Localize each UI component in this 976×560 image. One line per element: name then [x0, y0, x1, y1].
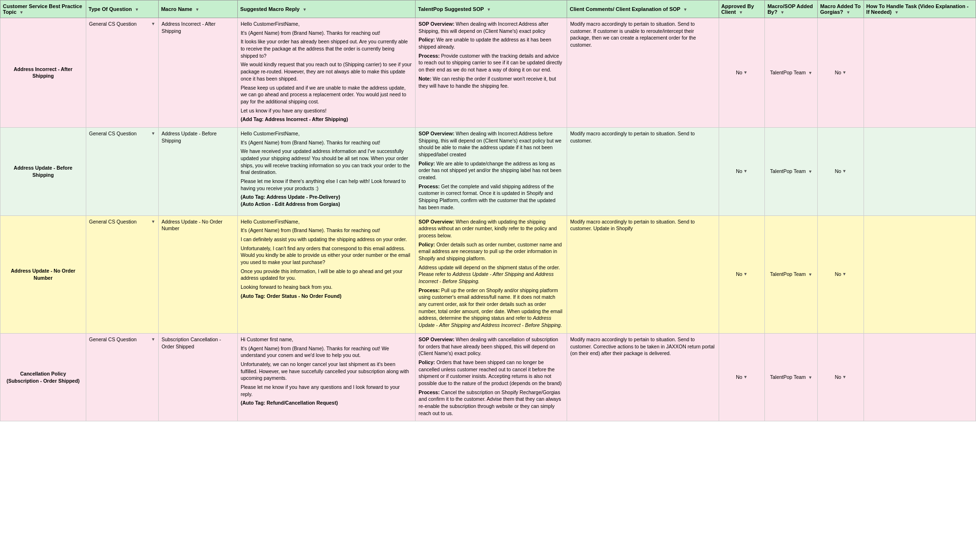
- table-row: Address Update - Before Shipping General…: [0, 127, 976, 215]
- cell-name-3: Address Update - No Order Number: [158, 215, 237, 333]
- main-table-container: Customer Service Best Practice Topic ▼ T…: [0, 0, 976, 421]
- cell-sop-1: SOP Overview: When dealing with Incorrec…: [416, 18, 567, 128]
- cell-type-1: General CS Question ▼: [86, 18, 158, 128]
- header-howto: How To Handle Task (Video Explanation - …: [864, 0, 976, 18]
- cell-macro-4: No ▼: [818, 333, 864, 421]
- cell-topic-1: Address Incorrect - After Shipping: [0, 18, 86, 128]
- cell-macro-3: No ▼: [818, 215, 864, 333]
- cell-approved-2: No ▼: [719, 127, 765, 215]
- cell-approved-1: No ▼: [719, 18, 765, 128]
- dropdown-arrow-type-2[interactable]: ▼: [151, 131, 155, 137]
- cell-addedby-1: TalentPop Team ▼: [765, 18, 818, 128]
- cell-name-2: Address Update - Before Shipping: [158, 127, 237, 215]
- header-type: Type Of Question ▼: [86, 0, 158, 18]
- dropdown-arrow-addedby-4[interactable]: ▼: [808, 375, 813, 380]
- cell-comments-4: Modify macro accordingly to pertain to s…: [567, 333, 719, 421]
- cell-sop-2: SOP Overview: When dealing with Incorrec…: [416, 127, 567, 215]
- filter-icon-comments[interactable]: ▼: [683, 7, 688, 12]
- cell-name-4: Subscription Cancellation - Order Shippe…: [158, 333, 237, 421]
- cell-reply-2: Hello CustomerFirstName, It's (Agent Nam…: [237, 127, 415, 215]
- cell-type-4: General CS Question ▼: [86, 333, 158, 421]
- cell-topic-4: Cancellation Policy (Subscription - Orde…: [0, 333, 86, 421]
- filter-icon-name[interactable]: ▼: [195, 7, 199, 12]
- header-reply: Suggested Macro Reply ▼: [237, 0, 415, 18]
- dropdown-arrow-addedby-2[interactable]: ▼: [808, 169, 813, 174]
- dropdown-arrow-approved-2[interactable]: ▼: [743, 168, 748, 174]
- filter-icon-reply[interactable]: ▼: [303, 7, 307, 12]
- dropdown-arrow-macro-2[interactable]: ▼: [842, 168, 846, 174]
- dropdown-arrow-macro-3[interactable]: ▼: [842, 271, 846, 277]
- cell-approved-4: No ▼: [719, 333, 765, 421]
- filter-icon-howto[interactable]: ▼: [895, 10, 899, 15]
- header-approved: Approved By Client ▼: [719, 0, 765, 18]
- cell-name-1: Address Incorrect - After Shipping: [158, 18, 237, 128]
- filter-icon-topic[interactable]: ▼: [20, 10, 24, 15]
- header-sop: TalentPop Suggested SOP ▼: [416, 0, 567, 18]
- dropdown-arrow-approved-3[interactable]: ▼: [743, 271, 748, 277]
- cell-approved-3: No ▼: [719, 215, 765, 333]
- cell-reply-4: Hi Customer first name, It's (Agent Name…: [237, 333, 415, 421]
- cell-type-3: General CS Question ▼: [86, 215, 158, 333]
- dropdown-arrow-macro-4[interactable]: ▼: [842, 374, 846, 380]
- header-comments: Client Comments/ Client Explanation of S…: [567, 0, 719, 18]
- dropdown-arrow-approved-1[interactable]: ▼: [743, 70, 748, 76]
- cell-type-2: General CS Question ▼: [86, 127, 158, 215]
- cell-comments-1: Modify macro accordingly to pertain to s…: [567, 18, 719, 128]
- dropdown-arrow-approved-4[interactable]: ▼: [743, 374, 748, 380]
- header-addedby: Macro/SOP Added By? ▼: [765, 0, 818, 18]
- dropdown-arrow-macro-1[interactable]: ▼: [842, 70, 846, 76]
- cell-sop-4: SOP Overview: When dealing with cancella…: [416, 333, 567, 421]
- cell-topic-3: Address Update - No Order Number: [0, 215, 86, 333]
- cell-addedby-4: TalentPop Team ▼: [765, 333, 818, 421]
- table-row: Address Update - No Order Number General…: [0, 215, 976, 333]
- cell-topic-2: Address Update - Before Shipping: [0, 127, 86, 215]
- filter-icon-macro[interactable]: ▼: [846, 10, 850, 15]
- dropdown-arrow-addedby-1[interactable]: ▼: [808, 71, 813, 75]
- table-row: Address Incorrect - After Shipping Gener…: [0, 18, 976, 128]
- header-name: Macro Name ▼: [158, 0, 237, 18]
- filter-icon-sop[interactable]: ▼: [487, 7, 491, 12]
- cell-comments-3: Modify macro accordingly to pertain to s…: [567, 215, 719, 333]
- cs-practice-table: Customer Service Best Practice Topic ▼ T…: [0, 0, 976, 421]
- cell-howto-3: [864, 215, 976, 333]
- dropdown-arrow-type-4[interactable]: ▼: [151, 336, 155, 343]
- cell-reply-1: Hello CustomerFirstName, It's (Agent Nam…: [237, 18, 415, 128]
- cell-howto-4: [864, 333, 976, 421]
- header-topic: Customer Service Best Practice Topic ▼: [0, 0, 86, 18]
- cell-comments-2: Modify macro accordingly to pertain to s…: [567, 127, 719, 215]
- cell-howto-1: [864, 18, 976, 128]
- cell-reply-3: Hello CustomerFirstName, It's (Agent Nam…: [237, 215, 415, 333]
- cell-howto-2: [864, 127, 976, 215]
- filter-icon-type[interactable]: ▼: [135, 7, 139, 12]
- cell-macro-2: No ▼: [818, 127, 864, 215]
- cell-addedby-2: TalentPop Team ▼: [765, 127, 818, 215]
- table-row: Cancellation Policy (Subscription - Orde…: [0, 333, 976, 421]
- filter-icon-addedby[interactable]: ▼: [780, 10, 784, 15]
- header-macro: Macro Added To Gorgias? ▼: [818, 0, 864, 18]
- cell-addedby-3: TalentPop Team ▼: [765, 215, 818, 333]
- cell-sop-3: SOP Overview: When dealing with updating…: [416, 215, 567, 333]
- cell-macro-1: No ▼: [818, 18, 864, 128]
- filter-icon-approved[interactable]: ▼: [739, 10, 743, 15]
- dropdown-arrow-type-3[interactable]: ▼: [151, 219, 155, 225]
- dropdown-arrow-type-1[interactable]: ▼: [151, 21, 155, 27]
- dropdown-arrow-addedby-3[interactable]: ▼: [808, 272, 813, 277]
